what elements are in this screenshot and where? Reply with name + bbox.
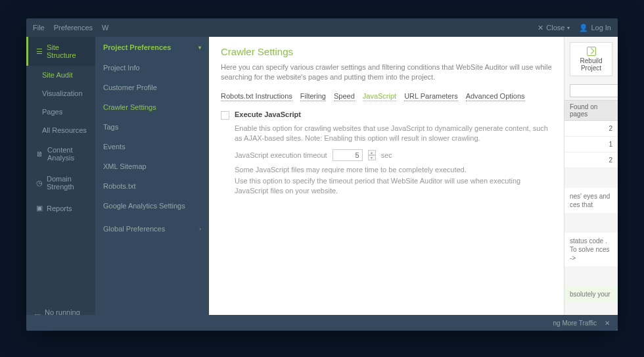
execute-js-label: Execute JavaScript — [235, 110, 301, 118]
footer-close-button[interactable]: ✕ — [605, 320, 610, 327]
execute-js-checkbox[interactable] — [221, 111, 229, 120]
spinner-up[interactable]: ▴ — [368, 150, 376, 155]
close-button[interactable]: ✕ Close ▾ — [538, 24, 570, 32]
timeout-input[interactable] — [333, 149, 363, 161]
page-description: Here you can specify various crawler set… — [221, 62, 552, 83]
execute-js-option: Execute JavaScript — [221, 110, 552, 120]
table-row[interactable]: 2 — [564, 153, 618, 168]
close-icon: ✕ — [538, 24, 543, 32]
nav-all-resources[interactable]: All Resources — [26, 121, 95, 139]
rebuild-icon — [587, 47, 596, 56]
main-area: ☰ Site Structure Site Audit Visualizatio… — [26, 37, 618, 331]
chevron-down-icon: ▾ — [567, 25, 570, 31]
nav-content-analysis[interactable]: 🗎 Content Analysis — [26, 139, 95, 168]
nav-site-structure[interactable]: ☰ Site Structure — [26, 37, 95, 66]
info-snippet: nes' eyes and ces that — [564, 188, 618, 213]
prefs-global-header[interactable]: Global Preferences › — [95, 218, 209, 239]
prefs-project-info[interactable]: Project Info — [95, 58, 209, 78]
report-icon: ▣ — [36, 204, 43, 212]
timeout-spinner: ▴ ▾ — [368, 150, 376, 160]
nav-reports[interactable]: ▣ Reports — [26, 197, 95, 219]
table-row[interactable]: 1 — [564, 137, 618, 153]
menu-w[interactable]: W — [102, 24, 108, 32]
prefs-ga[interactable]: Google Analytics Settings — [95, 196, 209, 216]
gauge-icon: ◷ — [36, 179, 43, 187]
footer-text: ng More Traffic — [553, 320, 597, 327]
nav-label: Content Analysis — [47, 146, 87, 162]
document-icon: 🗎 — [36, 150, 43, 158]
right-panel: Rebuild Project ⬇ Found on pages 2 1 2 n… — [564, 37, 618, 331]
prefs-project-header[interactable]: Project Preferences ▾ — [95, 37, 209, 58]
timeout-label: JavaScript execution timeout — [235, 151, 327, 159]
rebuild-label: Rebuild Project — [573, 57, 609, 72]
chevron-right-icon: › — [199, 226, 201, 232]
tab-speed[interactable]: Speed — [334, 92, 355, 101]
timeout-help-2: Use this option to specify the timeout p… — [235, 176, 552, 197]
found-on-pages-header: Found on pages — [564, 100, 618, 121]
nav-visualization[interactable]: Visualization — [26, 84, 95, 103]
login-button[interactable]: 👤 Log In — [579, 24, 611, 32]
timeout-unit: sec — [381, 151, 392, 159]
prefs-global-label: Global Preferences — [103, 225, 165, 233]
nav-label: Site Structure — [47, 43, 87, 59]
info-snippet: status code . To solve nces -> — [564, 233, 618, 266]
tab-filtering[interactable]: Filtering — [300, 92, 326, 101]
menu-file[interactable]: File — [33, 24, 45, 32]
page-title: Crawler Settings — [221, 46, 552, 57]
nav-site-audit[interactable]: Site Audit — [26, 66, 95, 84]
settings-tabs: Robots.txt Instructions Filtering Speed … — [221, 92, 552, 101]
timeout-row: JavaScript execution timeout ▴ ▾ sec — [235, 149, 552, 161]
spinner-down[interactable]: ▾ — [368, 155, 376, 160]
nav-domain-strength[interactable]: ◷ Domain Strength — [26, 168, 95, 197]
table-row[interactable]: 2 — [564, 121, 618, 137]
search-input[interactable] — [570, 84, 618, 97]
prefs-xml-sitemap[interactable]: XML Sitemap — [95, 156, 209, 176]
info-snippet: bsolutely your — [564, 286, 618, 302]
sitemap-icon: ☰ — [36, 47, 43, 56]
prefs-tags[interactable]: Tags — [95, 117, 209, 137]
close-label: Close — [546, 24, 564, 32]
user-icon: 👤 — [579, 24, 588, 32]
prefs-events[interactable]: Events — [95, 137, 209, 156]
tab-advanced[interactable]: Advanced Options — [466, 92, 525, 101]
footer-bar: ng More Traffic ✕ — [26, 315, 618, 331]
prefs-crawler-settings[interactable]: Crawler Settings — [95, 97, 209, 117]
rebuild-project-button[interactable]: Rebuild Project — [570, 42, 612, 76]
menu-preferences[interactable]: Preferences — [54, 24, 93, 32]
prefs-header-label: Project Preferences — [103, 43, 171, 51]
execute-js-help: Enable this option for crawling websites… — [235, 124, 552, 144]
tab-robots[interactable]: Robots.txt Instructions — [221, 92, 292, 101]
nav-label: Reports — [47, 204, 72, 212]
nav-label: Domain Strength — [47, 175, 87, 191]
prefs-robots[interactable]: Robots.txt — [95, 176, 209, 196]
login-label: Log In — [591, 24, 611, 32]
prefs-customer-profile[interactable]: Customer Profile — [95, 78, 209, 97]
timeout-help-1: Some JavaScript files may require more t… — [235, 165, 552, 175]
settings-content: Crawler Settings Here you can specify va… — [209, 37, 564, 331]
main-sidebar: ☰ Site Structure Site Audit Visualizatio… — [26, 37, 95, 331]
tab-url-params[interactable]: URL Parameters — [404, 92, 458, 101]
tab-javascript[interactable]: JavaScript — [363, 92, 396, 101]
chevron-down-icon: ▾ — [198, 45, 201, 51]
menubar: File Preferences W ✕ Close ▾ 👤 Log In — [26, 18, 618, 37]
app-window: File Preferences W ✕ Close ▾ 👤 Log In ☰ … — [26, 18, 618, 331]
preferences-panel: Project Preferences ▾ Project Info Custo… — [95, 37, 209, 331]
nav-pages[interactable]: Pages — [26, 103, 95, 121]
